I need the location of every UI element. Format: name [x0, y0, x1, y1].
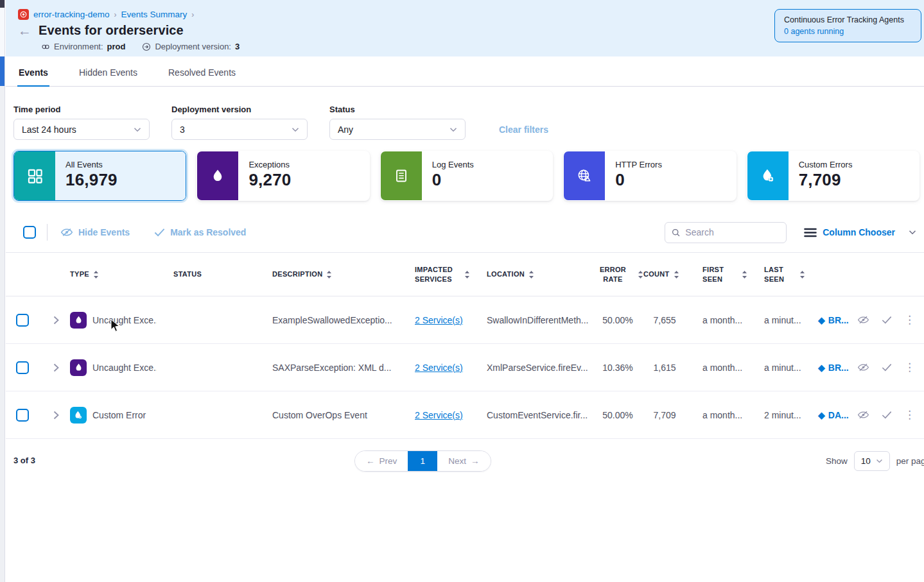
- custom-error-type-icon: [70, 407, 87, 424]
- check-icon: [154, 228, 165, 237]
- stat-card-custom-errors[interactable]: Custom Errors 7,709: [747, 151, 920, 201]
- agents-card-title: Continuous Error Tracking Agents: [784, 15, 912, 24]
- page-1-button[interactable]: 1: [408, 451, 437, 471]
- pager: ← Prev 1 Next →: [354, 450, 491, 472]
- collapsed-nav-strip: [0, 0, 5, 582]
- environment-value: prod: [107, 42, 126, 51]
- select-all-checkbox[interactable]: [23, 226, 36, 239]
- stat-card-exceptions[interactable]: Exceptions 9,270: [196, 151, 369, 201]
- column-header-first-seen[interactable]: FIRST SEEN: [686, 265, 747, 284]
- sort-icon[interactable]: [742, 270, 747, 279]
- ticket-link[interactable]: ◆BR...: [818, 315, 850, 325]
- impacted-services-link[interactable]: 2 Service(s): [415, 410, 463, 420]
- row-menu-icon[interactable]: ⋮: [904, 316, 915, 323]
- hide-event-icon[interactable]: [857, 315, 869, 325]
- arrow-left-icon: ←: [366, 456, 375, 466]
- sort-icon[interactable]: [674, 270, 679, 279]
- show-label: Show: [826, 456, 848, 466]
- page-size-select[interactable]: 10: [854, 451, 890, 471]
- environment-meta: Environment: prod: [41, 42, 125, 51]
- column-header-status[interactable]: STATUS: [157, 270, 253, 279]
- expand-chevron-icon[interactable]: [42, 411, 70, 420]
- row-checkbox[interactable]: [16, 361, 29, 374]
- resolve-event-icon[interactable]: [882, 316, 892, 324]
- breadcrumb-project-link[interactable]: error-tracking-demo: [33, 10, 110, 19]
- ticket-link[interactable]: ◆BR...: [818, 363, 850, 373]
- column-header-error-rate[interactable]: ERROR RATE: [592, 265, 643, 284]
- search-input[interactable]: [685, 227, 780, 237]
- column-header-location[interactable]: LOCATION: [470, 270, 592, 279]
- event-location: XmlParseService.fireEv...: [470, 363, 592, 373]
- events-table: TYPE STATUS DESCRIPTION IMPACTED SERVICE…: [6, 252, 924, 439]
- column-header-count[interactable]: COUNT: [643, 270, 686, 279]
- mark-resolved-button[interactable]: Mark as Resolved: [154, 227, 246, 237]
- column-chooser-button[interactable]: Column Chooser: [804, 227, 916, 237]
- page-header: error-tracking-demo › Events Summary › ←…: [6, 0, 924, 56]
- resolve-event-icon[interactable]: [882, 363, 892, 372]
- tab-resolved-events[interactable]: Resolved Events: [167, 67, 237, 86]
- event-description: Custom OverOps Event: [253, 410, 396, 420]
- tab-events[interactable]: Events: [17, 67, 49, 86]
- column-header-impacted-services[interactable]: IMPACTED SERVICES: [396, 265, 470, 284]
- deployment-meta: Deployment version: 3: [142, 42, 240, 51]
- row-checkbox[interactable]: [16, 314, 29, 327]
- stat-card-log-events[interactable]: Log Events 0: [380, 151, 553, 201]
- hamburger-icon: [804, 228, 817, 237]
- breadcrumb-page-link[interactable]: Events Summary: [121, 10, 187, 19]
- table-row[interactable]: Uncaught Exce... ExampleSwallowedExcepti…: [6, 296, 924, 344]
- nav-strip-gray-segment: [0, 86, 4, 582]
- ticket-link[interactable]: ◆DA...: [818, 410, 850, 420]
- sort-icon[interactable]: [799, 270, 805, 279]
- column-header-description[interactable]: DESCRIPTION: [253, 270, 396, 279]
- event-error-rate: 10.36%: [592, 363, 643, 373]
- sort-icon[interactable]: [93, 270, 99, 279]
- stat-card-http-errors[interactable]: HTTP Errors 0: [563, 151, 736, 201]
- next-page-button[interactable]: Next →: [437, 451, 490, 471]
- event-last-seen: 2 minut...: [747, 410, 805, 420]
- expand-chevron-icon[interactable]: [42, 316, 70, 325]
- stat-card-value: 7,709: [799, 170, 909, 190]
- row-menu-icon[interactable]: ⋮: [904, 364, 915, 371]
- hide-events-button[interactable]: Hide Events: [60, 227, 130, 237]
- event-description: ExampleSwallowedExceptio...: [253, 315, 396, 325]
- agents-running-link[interactable]: 0 agents running: [784, 27, 912, 36]
- ticket-diamond-icon: ◆: [818, 411, 825, 420]
- impacted-services-link[interactable]: 2 Service(s): [415, 315, 463, 325]
- back-arrow-icon[interactable]: ←: [18, 24, 31, 37]
- clear-filters-button[interactable]: Clear filters: [499, 124, 548, 135]
- row-checkbox[interactable]: [16, 409, 29, 422]
- sort-icon[interactable]: [528, 270, 534, 279]
- table-row[interactable]: Uncaught Exce... SAXParseException: XML …: [6, 344, 924, 391]
- ticket-diamond-icon: ◆: [818, 363, 825, 372]
- row-menu-icon[interactable]: ⋮: [904, 411, 915, 418]
- column-header-last-seen[interactable]: LAST SEEN: [747, 265, 805, 284]
- environment-icon: [41, 42, 50, 51]
- tab-hidden-events[interactable]: Hidden Events: [78, 67, 139, 86]
- sort-icon[interactable]: [464, 270, 470, 279]
- exception-type-icon: [70, 312, 87, 329]
- environment-label: Environment:: [54, 42, 103, 51]
- stat-card-all-events[interactable]: All Events 16,979: [13, 151, 186, 201]
- search-icon: [672, 228, 680, 237]
- event-description: SAXParseException: XML d...: [253, 363, 396, 373]
- status-select[interactable]: Any: [329, 119, 466, 140]
- prev-page-button[interactable]: ← Prev: [355, 451, 408, 471]
- tab-bar: Events Hidden Events Resolved Events: [6, 56, 924, 87]
- expand-chevron-icon[interactable]: [42, 363, 70, 372]
- hide-event-icon[interactable]: [857, 410, 869, 420]
- column-header-type[interactable]: TYPE: [70, 270, 157, 279]
- globe-error-icon: [576, 167, 593, 184]
- table-header-row: TYPE STATUS DESCRIPTION IMPACTED SERVICE…: [6, 252, 924, 296]
- time-period-select[interactable]: Last 24 hours: [13, 119, 150, 140]
- hide-event-icon[interactable]: [857, 363, 869, 372]
- sort-icon[interactable]: [638, 270, 643, 279]
- nav-strip-blue-segment: [0, 56, 4, 86]
- impacted-services-link[interactable]: 2 Service(s): [415, 363, 463, 373]
- status-label: Status: [329, 105, 466, 114]
- table-row[interactable]: Custom Error Custom OverOps Event 2 Serv…: [6, 391, 924, 439]
- stat-card-label: Exceptions: [248, 160, 358, 169]
- flame-icon: [210, 168, 225, 184]
- sort-icon[interactable]: [326, 270, 332, 279]
- resolve-event-icon[interactable]: [882, 411, 892, 419]
- deployment-version-select[interactable]: 3: [171, 119, 308, 140]
